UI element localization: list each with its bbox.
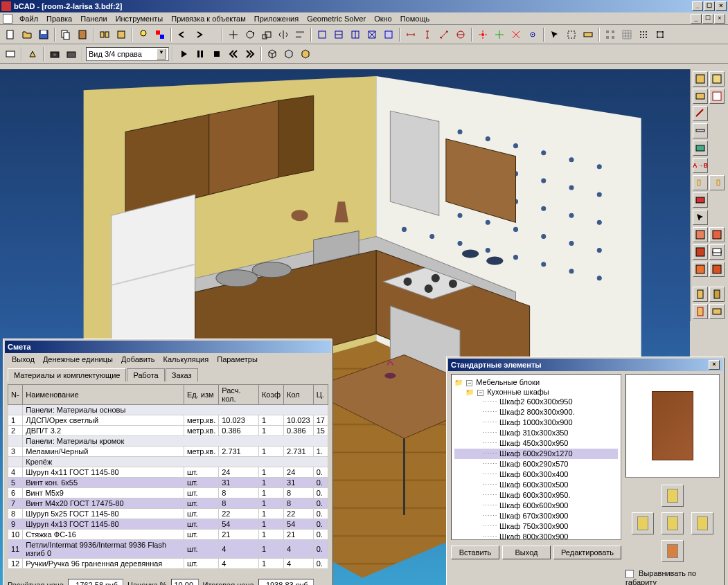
rtb-part3-icon[interactable] [693, 244, 708, 260]
table-row[interactable]: 11Петли/Intermat 9936/Intermat 9936 Flas… [8, 540, 328, 559]
tb-group1-icon[interactable] [97, 27, 112, 42]
rtb-cabinet2-icon[interactable] [709, 71, 725, 87]
tree-item[interactable]: Шкаф 1000x300x900 [454, 417, 618, 428]
std-titlebar[interactable]: Стандартные элементы × [448, 359, 722, 371]
tb-grid2-icon[interactable] [619, 27, 634, 42]
tree-item[interactable]: Шкаф 310x300x350 [454, 428, 618, 438]
tb-save-icon[interactable] [36, 27, 51, 42]
minimize-button[interactable]: _ [692, 1, 703, 11]
column-header[interactable]: Расч. кол. [219, 385, 259, 405]
column-header[interactable]: Ед. изм [184, 385, 218, 405]
edit-button[interactable]: Редактировать [553, 546, 621, 559]
rtb-mat2-icon[interactable] [709, 262, 725, 277]
tb-view1-icon[interactable] [3, 46, 18, 62]
rtb-measure-icon[interactable] [693, 106, 708, 121]
tb-wire-icon[interactable] [265, 46, 280, 62]
table-row[interactable]: Крепёж [8, 457, 328, 467]
column-header[interactable]: Ц. [313, 385, 328, 405]
tb-undo-icon[interactable] [175, 27, 190, 42]
tb-stop-icon[interactable] [209, 46, 224, 62]
tree-item[interactable]: Шкаф 450x300x950 [454, 438, 618, 449]
tb-camera2-icon[interactable] [64, 46, 79, 62]
tb-camera-icon[interactable] [47, 46, 62, 62]
tree-item[interactable]: Шкаф 670x300x900 [454, 511, 618, 521]
tb-shade-icon[interactable] [298, 46, 313, 62]
tree-item[interactable]: Шкаф 600x300x500 [454, 480, 618, 490]
smeta-menu-exit[interactable]: Выход [8, 354, 39, 364]
rtb-cabinet1-icon[interactable] [693, 71, 708, 87]
tb-rotate-icon[interactable] [242, 27, 258, 42]
variant-bottom[interactable] [662, 540, 684, 562]
table-row[interactable]: 5Винт кон. 6x55шт.311310. [8, 478, 328, 488]
table-row[interactable]: 3Меламин/Черныйметр.кв.2.73112.7311. [8, 447, 328, 457]
tb-redo-icon[interactable] [191, 27, 206, 42]
view-selector[interactable]: Вид 3/4 справа ▼ [86, 47, 169, 61]
tree-item[interactable]: Шкаф 600x300x950. [454, 490, 618, 501]
tb-box2-icon[interactable] [331, 27, 346, 42]
markup-field[interactable]: 10.00 [171, 579, 199, 585]
mdi-close-button[interactable]: × [714, 14, 725, 24]
rtb-door2-icon[interactable] [709, 287, 725, 302]
smeta-menu-currency[interactable]: Денежные единицы [39, 354, 117, 364]
rtb-panel2-icon[interactable] [709, 89, 725, 104]
tb-copy-icon[interactable] [58, 27, 73, 42]
rtb-red-icon[interactable] [693, 192, 708, 208]
tb-new-icon[interactable] [3, 27, 18, 42]
variant-right[interactable] [691, 512, 713, 534]
tb-render-icon[interactable] [25, 46, 40, 62]
maximize-button[interactable]: ☐ [704, 1, 715, 11]
table-row[interactable]: 1ЛДСП/Орех светлыйметр.кв.10.023110.0231… [8, 415, 328, 426]
table-row[interactable]: 4Шуруп 4x11 ГОСТ 1145-80шт.241240. [8, 467, 328, 478]
rtb-part2-icon[interactable] [709, 227, 725, 242]
tb-box5-icon[interactable] [381, 27, 396, 42]
tb-box4-icon[interactable] [364, 27, 380, 42]
menu-tools[interactable]: Инструменты [112, 14, 168, 24]
rtb-door1-icon[interactable] [693, 287, 708, 302]
column-header[interactable]: Коэф [258, 385, 283, 405]
rtb-shelf-icon[interactable] [693, 123, 708, 138]
smeta-menu-params[interactable]: Параметры [213, 354, 262, 364]
calc-price-field[interactable]: 1762.58 руб. [68, 579, 123, 585]
column-header[interactable]: Кол [284, 385, 314, 405]
menu-help[interactable]: Помощь [396, 14, 434, 24]
tree-root[interactable]: − Мебельные блоки [454, 377, 618, 387]
tb-scale-icon[interactable] [259, 27, 274, 42]
std-exit-button[interactable]: Выход [502, 546, 551, 559]
table-row[interactable]: 7Винт М4x20 ГОСТ 17475-80шт.8180. [8, 498, 328, 509]
menu-edit[interactable]: Правка [42, 14, 76, 24]
tb-mirror-icon[interactable] [276, 27, 291, 42]
smeta-menu-add[interactable]: Добавить [117, 354, 159, 364]
menu-snap[interactable]: Привязка к объектам [167, 14, 250, 24]
tb-light-icon[interactable] [136, 27, 151, 42]
std-close-button[interactable]: × [709, 360, 720, 370]
table-row[interactable]: 2ДВП/Т 3.2метр.кв.0.38610.38615 [8, 426, 328, 436]
column-header[interactable]: N- [8, 385, 23, 405]
tree-item[interactable]: Шкаф 600x290x570 [454, 459, 618, 469]
tb-grid3-icon[interactable] [636, 27, 651, 42]
tb-dim2-icon[interactable] [420, 27, 435, 42]
variant-left[interactable] [632, 512, 654, 534]
tb-dim4-icon[interactable] [453, 27, 468, 42]
materials-table[interactable]: N-НаименованиеЕд. измРасч. кол.КоэфКолЦ.… [8, 384, 328, 569]
rtb-hinge1-icon[interactable] [693, 175, 708, 190]
rtb-atob-icon[interactable]: A→B [693, 158, 708, 173]
tb-grid4-icon[interactable] [652, 27, 668, 42]
tb-pause-icon[interactable] [193, 46, 208, 62]
tb-sel1-icon[interactable] [547, 27, 562, 42]
variant-center[interactable] [662, 512, 684, 534]
mdi-minimize-button[interactable]: _ [691, 14, 702, 24]
tb-prev-icon[interactable] [226, 46, 241, 62]
tb-snap2-icon[interactable] [492, 27, 507, 42]
menu-file[interactable]: Файл [15, 14, 42, 24]
align-checkbox[interactable] [625, 570, 634, 578]
rtb-layer-icon[interactable] [709, 244, 725, 260]
tree-folder[interactable]: − Кухонные шкафы [454, 387, 618, 397]
tb-paste-icon[interactable] [75, 27, 90, 42]
smeta-menu-calc[interactable]: Калькуляция [159, 354, 213, 364]
menu-window[interactable]: Окно [370, 14, 396, 24]
table-row[interactable]: 9Шуруп 4x13 ГОСТ 1145-80шт.541540. [8, 519, 328, 530]
menu-apps[interactable]: Приложения [250, 14, 303, 24]
variant-top[interactable] [662, 485, 684, 507]
tb-group2-icon[interactable] [114, 27, 129, 42]
tb-solid-icon[interactable] [281, 46, 296, 62]
